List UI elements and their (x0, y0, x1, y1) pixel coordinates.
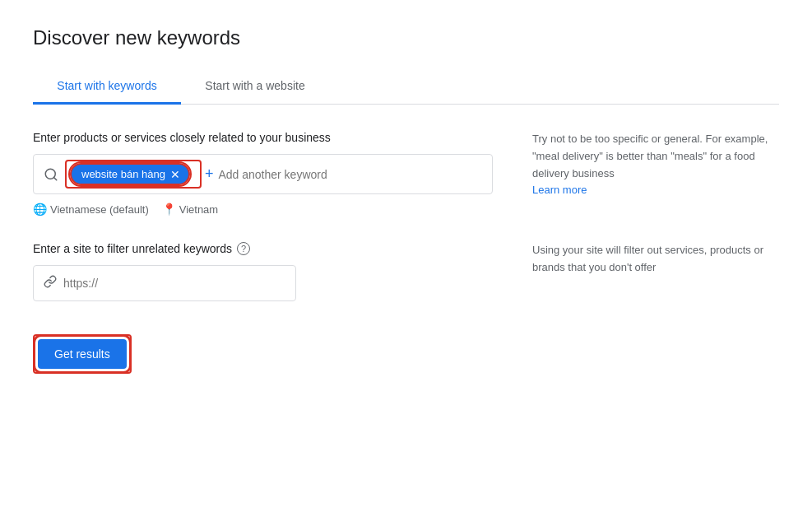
button-highlight-box: Get results (33, 334, 132, 374)
tab-start-with-keywords[interactable]: Start with keywords (33, 69, 181, 105)
keywords-helper-description: Try not to be too specific or general. F… (532, 131, 779, 182)
help-icon[interactable]: ? (237, 242, 250, 255)
site-filter-label: Enter a site to filter unrelated keyword… (33, 242, 232, 255)
location-label: Vietnam (179, 203, 218, 216)
location-icon: 📍 (162, 203, 176, 216)
site-helper-description: Using your site will filter out services… (532, 242, 779, 277)
meta-row: 🌐 Vietnamese (default) 📍 Vietnam (33, 203, 493, 216)
keyword-input[interactable] (218, 168, 482, 181)
site-helper-text: Using your site will filter out services… (532, 242, 779, 301)
keyword-chip[interactable]: website bán hàng ✕ (70, 163, 190, 185)
language-item[interactable]: 🌐 Vietnamese (default) (33, 203, 149, 216)
site-filter-section-row: Enter a site to filter unrelated keyword… (33, 242, 779, 301)
location-item[interactable]: 📍 Vietnam (162, 203, 218, 216)
keywords-section-row: Enter products or services closely relat… (33, 131, 779, 216)
tabs-container: Start with keywords Start with a website (33, 69, 779, 105)
button-section: Get results (33, 334, 779, 374)
keywords-section-label: Enter products or services closely relat… (33, 131, 493, 144)
tab-start-with-website[interactable]: Start with a website (181, 69, 329, 105)
site-filter-input[interactable] (63, 277, 285, 290)
plus-icon: + (205, 165, 214, 183)
search-icon (44, 167, 58, 182)
language-label: Vietnamese (default) (50, 203, 149, 216)
page-title: Discover new keywords (33, 26, 779, 49)
get-results-button[interactable]: Get results (38, 339, 127, 369)
keywords-section-left: Enter products or services closely relat… (33, 131, 493, 216)
site-input-wrapper[interactable] (33, 265, 296, 301)
link-icon (44, 275, 57, 291)
learn-more-link[interactable]: Learn more (532, 184, 587, 196)
svg-line-1 (53, 177, 56, 179)
chip-text: website bán hàng (81, 168, 165, 180)
chip-close-button[interactable]: ✕ (170, 169, 180, 180)
site-filter-section-left: Enter a site to filter unrelated keyword… (33, 242, 493, 301)
keyword-input-wrapper[interactable]: website bán hàng ✕ + (33, 154, 493, 194)
keywords-helper-text: Try not to be too specific or general. F… (532, 131, 779, 216)
site-filter-label-row: Enter a site to filter unrelated keyword… (33, 242, 493, 255)
translate-icon: 🌐 (33, 203, 47, 216)
chip-highlight-box: website bán hàng ✕ (65, 160, 202, 189)
